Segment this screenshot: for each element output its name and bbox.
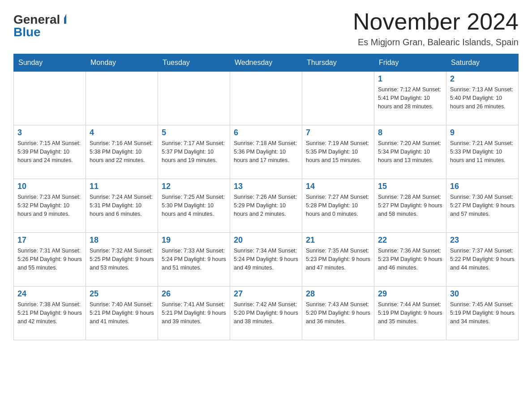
day-info: Sunrise: 7:36 AM Sunset: 5:23 PM Dayligh… xyxy=(378,247,442,272)
calendar-cell: 6Sunrise: 7:18 AM Sunset: 5:36 PM Daylig… xyxy=(230,125,302,179)
day-info: Sunrise: 7:23 AM Sunset: 5:32 PM Dayligh… xyxy=(17,193,82,218)
calendar-cell: 1Sunrise: 7:12 AM Sunset: 5:41 PM Daylig… xyxy=(374,72,446,125)
day-number: 21 xyxy=(306,235,370,245)
calendar-header-saturday: Saturday xyxy=(446,54,519,72)
calendar-cell: 30Sunrise: 7:45 AM Sunset: 5:19 PM Dayli… xyxy=(446,287,519,340)
logo-general: General xyxy=(13,13,60,26)
calendar-cell: 8Sunrise: 7:20 AM Sunset: 5:34 PM Daylig… xyxy=(374,125,446,179)
day-info: Sunrise: 7:19 AM Sunset: 5:35 PM Dayligh… xyxy=(306,139,370,164)
day-info: Sunrise: 7:41 AM Sunset: 5:21 PM Dayligh… xyxy=(162,300,226,325)
calendar-header-row: SundayMondayTuesdayWednesdayThursdayFrid… xyxy=(14,54,519,72)
day-number: 9 xyxy=(450,128,515,137)
calendar-cell: 21Sunrise: 7:35 AM Sunset: 5:23 PM Dayli… xyxy=(302,233,374,287)
day-info: Sunrise: 7:42 AM Sunset: 5:20 PM Dayligh… xyxy=(234,300,298,325)
calendar-header-sunday: Sunday xyxy=(14,54,86,72)
calendar-cell: 2Sunrise: 7:13 AM Sunset: 5:40 PM Daylig… xyxy=(446,72,519,125)
day-number: 19 xyxy=(162,235,226,245)
calendar-cell: 26Sunrise: 7:41 AM Sunset: 5:21 PM Dayli… xyxy=(158,287,230,340)
calendar-cell xyxy=(86,72,158,125)
day-number: 5 xyxy=(162,128,226,137)
calendar-cell: 5Sunrise: 7:17 AM Sunset: 5:37 PM Daylig… xyxy=(158,125,230,179)
day-number: 30 xyxy=(450,289,515,299)
day-info: Sunrise: 7:31 AM Sunset: 5:26 PM Dayligh… xyxy=(17,247,82,272)
calendar-cell: 12Sunrise: 7:25 AM Sunset: 5:30 PM Dayli… xyxy=(158,179,230,233)
day-info: Sunrise: 7:33 AM Sunset: 5:24 PM Dayligh… xyxy=(162,247,226,272)
calendar-cell: 18Sunrise: 7:32 AM Sunset: 5:25 PM Dayli… xyxy=(86,233,158,287)
calendar-cell: 20Sunrise: 7:34 AM Sunset: 5:24 PM Dayli… xyxy=(230,233,302,287)
page-header: General Blue November 2024 Es Migjorn Gr… xyxy=(13,9,519,47)
day-number: 17 xyxy=(17,235,82,245)
day-info: Sunrise: 7:28 AM Sunset: 5:27 PM Dayligh… xyxy=(378,193,442,218)
calendar-table: SundayMondayTuesdayWednesdayThursdayFrid… xyxy=(13,54,519,340)
day-info: Sunrise: 7:24 AM Sunset: 5:31 PM Dayligh… xyxy=(90,193,154,218)
day-info: Sunrise: 7:13 AM Sunset: 5:40 PM Dayligh… xyxy=(450,86,515,111)
calendar-header-tuesday: Tuesday xyxy=(158,54,230,72)
day-info: Sunrise: 7:37 AM Sunset: 5:22 PM Dayligh… xyxy=(450,247,515,272)
calendar-cell xyxy=(158,72,230,125)
week-row-3: 10Sunrise: 7:23 AM Sunset: 5:32 PM Dayli… xyxy=(14,179,519,233)
calendar-header-thursday: Thursday xyxy=(302,54,374,72)
calendar-cell: 4Sunrise: 7:16 AM Sunset: 5:38 PM Daylig… xyxy=(86,125,158,179)
calendar-cell: 15Sunrise: 7:28 AM Sunset: 5:27 PM Dayli… xyxy=(374,179,446,233)
week-row-4: 17Sunrise: 7:31 AM Sunset: 5:26 PM Dayli… xyxy=(14,233,519,287)
day-number: 14 xyxy=(306,182,370,191)
day-number: 23 xyxy=(450,235,515,245)
day-number: 18 xyxy=(90,235,154,245)
calendar-cell: 14Sunrise: 7:27 AM Sunset: 5:28 PM Dayli… xyxy=(302,179,374,233)
day-number: 11 xyxy=(90,182,154,191)
main-title: November 2024 xyxy=(353,9,519,34)
calendar-cell: 27Sunrise: 7:42 AM Sunset: 5:20 PM Dayli… xyxy=(230,287,302,340)
day-number: 24 xyxy=(17,289,82,299)
day-number: 20 xyxy=(234,235,298,245)
calendar-cell: 28Sunrise: 7:43 AM Sunset: 5:20 PM Dayli… xyxy=(302,287,374,340)
day-number: 13 xyxy=(234,182,298,191)
day-number: 2 xyxy=(450,74,515,84)
day-info: Sunrise: 7:32 AM Sunset: 5:25 PM Dayligh… xyxy=(90,247,154,272)
day-info: Sunrise: 7:18 AM Sunset: 5:36 PM Dayligh… xyxy=(234,139,298,164)
day-info: Sunrise: 7:35 AM Sunset: 5:23 PM Dayligh… xyxy=(306,247,370,272)
calendar-cell xyxy=(302,72,374,125)
calendar-cell xyxy=(14,72,86,125)
week-row-1: 1Sunrise: 7:12 AM Sunset: 5:41 PM Daylig… xyxy=(14,72,519,125)
calendar-cell: 17Sunrise: 7:31 AM Sunset: 5:26 PM Dayli… xyxy=(14,233,86,287)
week-row-5: 24Sunrise: 7:38 AM Sunset: 5:21 PM Dayli… xyxy=(14,287,519,340)
calendar-header-friday: Friday xyxy=(374,54,446,72)
calendar-cell: 13Sunrise: 7:26 AM Sunset: 5:29 PM Dayli… xyxy=(230,179,302,233)
day-info: Sunrise: 7:43 AM Sunset: 5:20 PM Dayligh… xyxy=(306,300,370,325)
day-number: 1 xyxy=(378,74,442,84)
day-number: 26 xyxy=(162,289,226,299)
calendar-cell: 16Sunrise: 7:30 AM Sunset: 5:27 PM Dayli… xyxy=(446,179,519,233)
calendar-cell: 10Sunrise: 7:23 AM Sunset: 5:32 PM Dayli… xyxy=(14,179,86,233)
subtitle: Es Migjorn Gran, Balearic Islands, Spain xyxy=(353,37,519,47)
day-info: Sunrise: 7:25 AM Sunset: 5:30 PM Dayligh… xyxy=(162,193,226,218)
calendar-cell: 19Sunrise: 7:33 AM Sunset: 5:24 PM Dayli… xyxy=(158,233,230,287)
day-info: Sunrise: 7:17 AM Sunset: 5:37 PM Dayligh… xyxy=(162,139,226,164)
day-number: 29 xyxy=(378,289,442,299)
day-info: Sunrise: 7:27 AM Sunset: 5:28 PM Dayligh… xyxy=(306,193,370,218)
day-info: Sunrise: 7:40 AM Sunset: 5:21 PM Dayligh… xyxy=(90,300,154,325)
calendar-cell: 22Sunrise: 7:36 AM Sunset: 5:23 PM Dayli… xyxy=(374,233,446,287)
day-info: Sunrise: 7:34 AM Sunset: 5:24 PM Dayligh… xyxy=(234,247,298,272)
calendar-cell: 29Sunrise: 7:44 AM Sunset: 5:19 PM Dayli… xyxy=(374,287,446,340)
day-number: 22 xyxy=(378,235,442,245)
day-info: Sunrise: 7:44 AM Sunset: 5:19 PM Dayligh… xyxy=(378,300,442,325)
day-info: Sunrise: 7:20 AM Sunset: 5:34 PM Dayligh… xyxy=(378,139,442,164)
day-number: 15 xyxy=(378,182,442,191)
day-number: 27 xyxy=(234,289,298,299)
day-info: Sunrise: 7:16 AM Sunset: 5:38 PM Dayligh… xyxy=(90,139,154,164)
calendar-cell: 24Sunrise: 7:38 AM Sunset: 5:21 PM Dayli… xyxy=(14,287,86,340)
day-number: 28 xyxy=(306,289,370,299)
calendar-cell: 9Sunrise: 7:21 AM Sunset: 5:33 PM Daylig… xyxy=(446,125,519,179)
logo-blue: Blue xyxy=(13,25,41,39)
logo: General Blue xyxy=(13,13,71,39)
day-info: Sunrise: 7:12 AM Sunset: 5:41 PM Dayligh… xyxy=(378,86,442,111)
calendar-cell: 7Sunrise: 7:19 AM Sunset: 5:35 PM Daylig… xyxy=(302,125,374,179)
title-section: November 2024 Es Migjorn Gran, Balearic … xyxy=(353,9,519,47)
day-number: 4 xyxy=(90,128,154,137)
day-number: 6 xyxy=(234,128,298,137)
day-info: Sunrise: 7:21 AM Sunset: 5:33 PM Dayligh… xyxy=(450,139,515,164)
calendar-header-monday: Monday xyxy=(86,54,158,72)
day-number: 25 xyxy=(90,289,154,299)
calendar-header-wednesday: Wednesday xyxy=(230,54,302,72)
day-number: 8 xyxy=(378,128,442,137)
